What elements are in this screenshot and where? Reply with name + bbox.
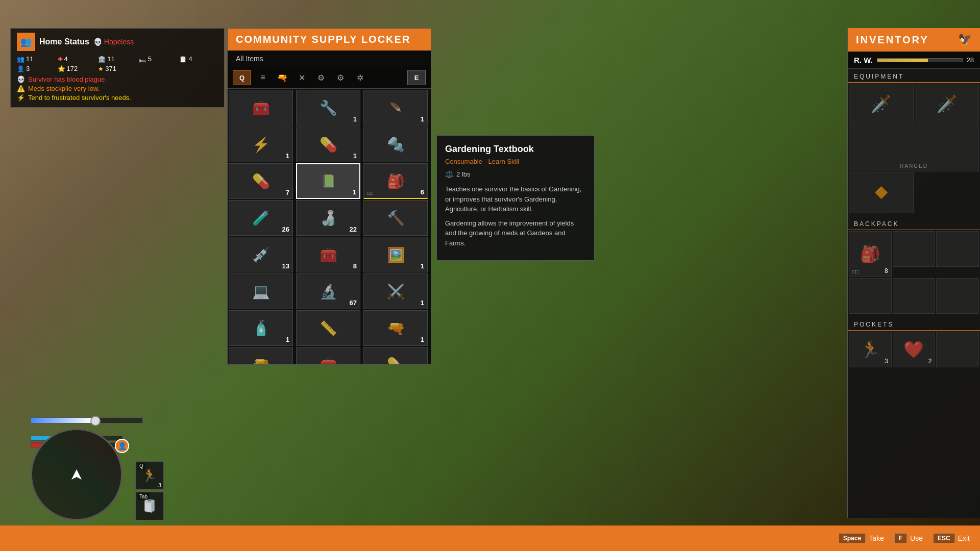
weight-bar xyxy=(877,58,963,62)
ranged-slot[interactable]: RANGED xyxy=(849,126,979,171)
beds-icon: 🛏️ xyxy=(139,56,146,63)
backpack-main-slot[interactable]: 🎒 □□ 8 xyxy=(849,231,892,277)
grid-item-17[interactable]: 🔬 67 xyxy=(296,273,360,309)
grid-item-6[interactable]: 🔩 xyxy=(363,127,428,162)
quick-slot-q[interactable]: Q 🏃 3 xyxy=(135,461,164,490)
status-stats: 👥 11 ✚ 4 🏛️ 11 🛏️ 5 📋 4 👤 3 xyxy=(17,55,218,72)
pocket-slot-3[interactable] xyxy=(936,332,979,367)
item-slot-2[interactable]: 🗡️ xyxy=(915,84,979,124)
tab-misc[interactable]: ✲ xyxy=(352,70,368,85)
grid-item-9[interactable]: 🎒 □□ 6 xyxy=(363,163,428,199)
influence-stat: ⭐ 172 xyxy=(58,65,96,72)
tab-tools[interactable]: ⚙ xyxy=(313,70,329,85)
pocket-count-1: 3 xyxy=(885,358,888,365)
warning-icon: ⚠️ xyxy=(17,85,25,92)
grid-item-5[interactable]: 💊 1 xyxy=(296,127,360,162)
backpack-section-title: BACKPACK xyxy=(848,216,980,230)
action-use[interactable]: F Use xyxy=(894,533,923,543)
item-count-4: 1 xyxy=(286,152,289,160)
secondary-slot[interactable]: 🔶 xyxy=(849,172,914,213)
use-label: Use xyxy=(910,534,923,542)
bottom-action-bar: Space Take F Use ESC Exit xyxy=(0,525,980,551)
grid-item-20[interactable]: 📏 xyxy=(296,310,360,346)
item-count-9: 6 xyxy=(421,188,424,196)
grid-item-18[interactable]: ⚔️ 1 xyxy=(363,273,428,309)
grid-item-22[interactable]: 🔫 □□ 0 xyxy=(229,347,293,364)
grid-item-8-selected[interactable]: 📗 1 xyxy=(296,163,360,199)
morale-icon: 🏛️ xyxy=(98,56,106,63)
grid-item-11[interactable]: 🍶 22 xyxy=(296,200,360,236)
item-count-7: 7 xyxy=(286,189,289,196)
item-count-19: 1 xyxy=(286,336,289,343)
grid-item-15[interactable]: 🖼️ 1 xyxy=(363,237,428,272)
weight-fill xyxy=(877,59,928,62)
grid-item-12[interactable]: 🔨 xyxy=(363,200,428,236)
item-icon-10: 🧪 xyxy=(252,210,270,227)
grid-item-2[interactable]: 🔧 1 xyxy=(296,90,360,126)
bp-slot-6[interactable] xyxy=(936,278,979,314)
inventory-header: INVENTORY 🦅 xyxy=(848,28,980,52)
item-count-3: 1 xyxy=(421,115,424,123)
grid-item-14[interactable]: 🧰 8 xyxy=(296,237,360,272)
melee-slot[interactable]: 🗡️ xyxy=(849,84,914,124)
action-take[interactable]: Space Take xyxy=(839,533,884,543)
grid-item-3[interactable]: 🪶 1 xyxy=(363,90,428,126)
backpack-grid: 🎒 □□ 8 xyxy=(848,230,980,315)
grid-item-4[interactable]: ⚡ 1 xyxy=(229,127,293,162)
item-count-8: 1 xyxy=(353,188,356,196)
tab-sword[interactable]: ✕ xyxy=(294,70,309,85)
morale-stat: 🏛️ 11 xyxy=(98,55,137,63)
grid-item-19[interactable]: 🧴 1 xyxy=(229,310,293,346)
tab-list[interactable]: ≡ xyxy=(255,70,271,85)
home-icon: 👥 xyxy=(17,33,35,51)
supply-locker-panel: COMMUNITY SUPPLY LOCKER All Items Q ≡ 🔫 … xyxy=(227,28,431,365)
minimap xyxy=(31,429,122,520)
item-icon-18: ⚔️ xyxy=(387,283,405,300)
take-key: Space xyxy=(839,533,866,543)
beds-stat: 🛏️ 5 xyxy=(139,55,178,63)
influence-icon: ⭐ xyxy=(58,65,65,72)
home-status-title: Home Status xyxy=(39,37,89,46)
item-count-5: 1 xyxy=(353,152,357,160)
pockets-section: POCKETS 🏃 3 ❤️ 2 xyxy=(848,317,980,368)
hopeless-badge: 💀 Hopeless xyxy=(93,38,134,46)
grid-item-23[interactable]: 🧰 xyxy=(296,347,360,364)
melee-icon: 🗡️ xyxy=(871,94,891,114)
minimap-player-marker xyxy=(71,469,82,480)
grid-item-13[interactable]: 💉 13 xyxy=(229,237,293,272)
grid-item-16[interactable]: 💻 xyxy=(229,273,293,309)
grid-item-7[interactable]: 💊 7 xyxy=(229,163,293,199)
bp-slot-4[interactable] xyxy=(849,278,892,314)
tab-gun[interactable]: 🔫 xyxy=(275,70,290,85)
stars-icon: ★ xyxy=(98,65,104,72)
bp-slot-2[interactable] xyxy=(893,231,936,267)
pocket-slot-1[interactable]: 🏃 3 xyxy=(849,332,892,367)
item-icon-8: 📗 xyxy=(321,174,336,188)
item-count-10: 26 xyxy=(282,226,289,233)
item-tooltip: Gardening Textbook Consumable - Learn Sk… xyxy=(436,135,595,261)
tab-q[interactable]: Q xyxy=(233,70,251,85)
pocket-slot-2[interactable]: ❤️ 2 xyxy=(893,332,936,367)
food-stat: 📋 4 xyxy=(179,55,218,63)
grid-item-10[interactable]: 🧪 26 xyxy=(229,200,293,236)
bp-slot-3[interactable] xyxy=(936,231,979,267)
player-info: R. W. 28 xyxy=(848,52,980,69)
player-name: R. W. xyxy=(854,56,873,64)
grid-item-21[interactable]: 🔫 1 xyxy=(363,310,428,346)
bp-slot-5[interactable] xyxy=(893,278,936,314)
grid-item-24[interactable]: 💊 3 xyxy=(363,347,428,364)
action-exit[interactable]: ESC Exit xyxy=(933,533,970,543)
item-icon-17: 🔬 xyxy=(320,283,337,300)
tab-gear[interactable]: ⚙ xyxy=(333,70,348,85)
item-icon-22: 🔫 xyxy=(252,356,270,365)
backpack-icon: 🎒 xyxy=(860,244,880,264)
tab-e[interactable]: E xyxy=(407,70,426,85)
quick-slot-tab[interactable]: Tab 🧻 xyxy=(135,492,164,520)
item-icon-13: 💉 xyxy=(252,246,270,263)
skull-alert-icon: 💀 xyxy=(17,76,25,83)
grid-item-1[interactable]: 🧰 xyxy=(229,90,293,126)
caution-icon: ⚡ xyxy=(17,94,25,102)
item-icon-11: 🍶 xyxy=(320,210,337,227)
item-icon-6: 🔩 xyxy=(387,136,405,153)
tooltip-description: Teaches one survivor the basics of Garde… xyxy=(445,184,586,248)
